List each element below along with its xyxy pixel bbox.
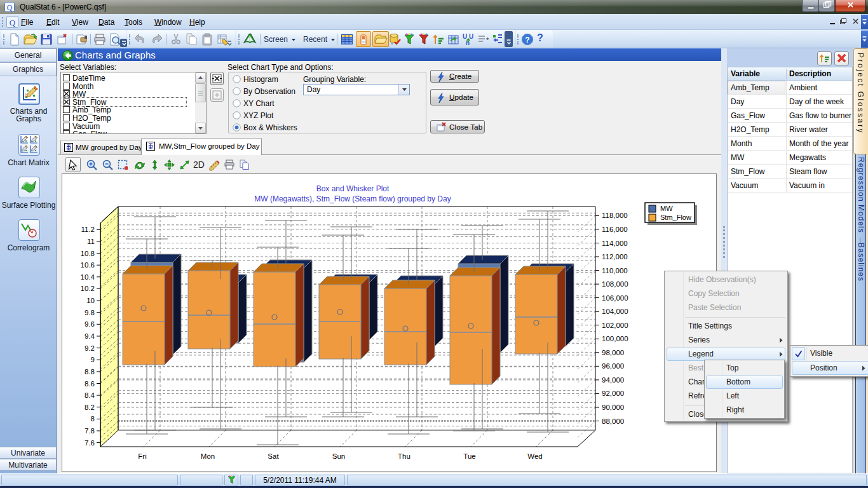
svg-text:8.6: 8.6 bbox=[85, 380, 95, 388]
svg-text:96,000: 96,000 bbox=[602, 362, 624, 370]
svg-text:9.8: 9.8 bbox=[85, 309, 95, 316]
svg-text:10.4: 10.4 bbox=[81, 273, 95, 281]
svg-text:9: 9 bbox=[91, 356, 95, 363]
svg-text:104,000: 104,000 bbox=[602, 308, 628, 315]
svg-text:92,000: 92,000 bbox=[602, 390, 624, 397]
svg-text:9.6: 9.6 bbox=[85, 320, 95, 328]
svg-text:10: 10 bbox=[86, 297, 95, 304]
svg-text:Stm_Flow: Stm_Flow bbox=[660, 214, 691, 221]
svg-text:88,000: 88,000 bbox=[602, 417, 624, 425]
svg-text:11.2: 11.2 bbox=[81, 226, 95, 233]
svg-text:Thu: Thu bbox=[398, 452, 410, 460]
svg-text:9.4: 9.4 bbox=[85, 332, 95, 340]
svg-text:8.8: 8.8 bbox=[85, 368, 95, 376]
svg-text:Tue: Tue bbox=[463, 452, 475, 460]
svg-text:102,000: 102,000 bbox=[602, 322, 628, 329]
svg-text:Box and Whisker Plot: Box and Whisker Plot bbox=[316, 184, 390, 193]
svg-text:MW (Megawatts), Stm_Flow (Stea: MW (Megawatts), Stm_Flow (Steam flow) gr… bbox=[254, 194, 451, 203]
svg-text:MW: MW bbox=[660, 205, 673, 212]
svg-text:11: 11 bbox=[87, 238, 95, 245]
svg-text:94,000: 94,000 bbox=[602, 376, 624, 384]
svg-text:8.4: 8.4 bbox=[85, 391, 95, 399]
svg-text:Q: Q bbox=[7, 3, 13, 12]
svg-text:9.2: 9.2 bbox=[85, 344, 95, 352]
svg-text:7.6: 7.6 bbox=[85, 439, 95, 447]
svg-text:118,000: 118,000 bbox=[602, 212, 628, 219]
svg-text:Wed: Wed bbox=[527, 452, 542, 460]
svg-text:116,000: 116,000 bbox=[602, 226, 628, 233]
svg-text:7.8: 7.8 bbox=[85, 427, 95, 435]
svg-text:Sat: Sat bbox=[268, 452, 279, 460]
svg-text:100,000: 100,000 bbox=[602, 335, 628, 342]
svg-text:8.2: 8.2 bbox=[85, 403, 95, 411]
svg-text:10.8: 10.8 bbox=[81, 250, 95, 257]
svg-text:Fri: Fri bbox=[138, 452, 146, 460]
svg-text:10.2: 10.2 bbox=[81, 285, 95, 292]
svg-text:106,000: 106,000 bbox=[602, 294, 628, 302]
svg-text:Q: Q bbox=[10, 18, 16, 27]
svg-text:?: ? bbox=[525, 36, 529, 44]
svg-text:Mon: Mon bbox=[201, 452, 215, 460]
svg-text:110,000: 110,000 bbox=[602, 267, 628, 274]
svg-text:n: n bbox=[466, 39, 470, 46]
svg-text:8: 8 bbox=[91, 415, 95, 423]
svg-text:112,000: 112,000 bbox=[602, 253, 628, 261]
svg-text:98,000: 98,000 bbox=[602, 349, 624, 356]
svg-text:114,000: 114,000 bbox=[602, 240, 628, 247]
svg-text:10.6: 10.6 bbox=[81, 261, 95, 269]
svg-text:Sun: Sun bbox=[332, 452, 345, 460]
svg-text:108,000: 108,000 bbox=[602, 280, 628, 288]
svg-text:90,000: 90,000 bbox=[602, 403, 624, 411]
